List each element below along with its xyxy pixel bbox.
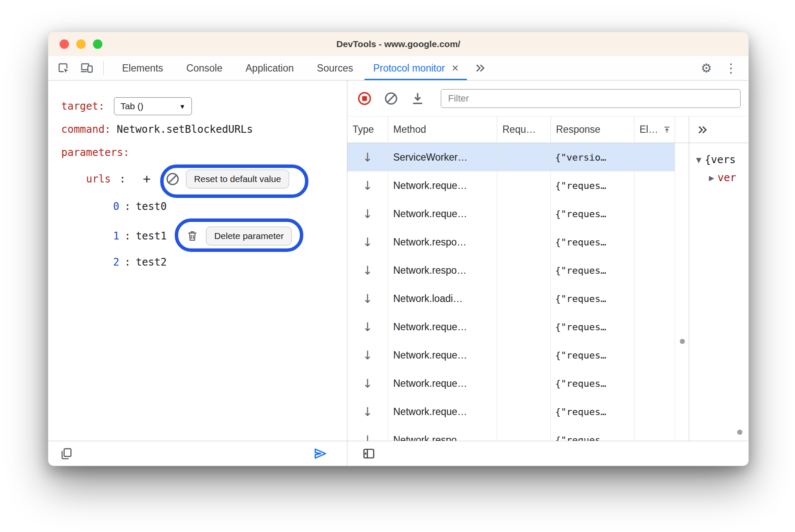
request-cell <box>497 256 551 284</box>
param-value[interactable]: test0 <box>136 200 167 212</box>
table-row[interactable]: ↓ Network.respo… {"reques… <box>347 256 675 284</box>
elapsed-cell <box>634 143 675 171</box>
device-toolbar-icon[interactable] <box>80 62 93 75</box>
tab-protocol-monitor[interactable]: Protocol monitor × <box>365 56 467 80</box>
table-row[interactable]: ↓ Network.reque… {"reques… <box>347 341 675 369</box>
param-value[interactable]: test2 <box>136 256 167 268</box>
response-tree: ▼ {vers ▶ ver <box>689 143 748 187</box>
parameters-key: parameters: <box>61 146 129 158</box>
table-row[interactable]: ↓ ServiceWorker… {"versio… <box>347 143 675 171</box>
response-cell: {"reques… <box>551 398 634 426</box>
tab-application[interactable]: Application <box>234 56 305 80</box>
elapsed-cell <box>634 398 675 426</box>
table-row[interactable]: ↓ Network.reque… {"reques… <box>347 200 675 228</box>
method-cell: Network.reque… <box>388 398 497 426</box>
request-cell <box>497 426 551 441</box>
download-icon[interactable] <box>410 91 425 106</box>
command-value[interactable]: Network.setBlockedURLs <box>117 123 253 135</box>
param-value[interactable]: test1 <box>136 230 167 242</box>
elapsed-cell <box>634 426 675 441</box>
editor-footer <box>48 441 347 466</box>
target-select[interactable]: Tab () ▼ <box>114 97 192 115</box>
record-button[interactable] <box>357 91 372 106</box>
double-chevron-right-icon <box>474 62 487 75</box>
method-cell: Network.respo… <box>388 426 497 441</box>
filter-input[interactable] <box>441 89 741 108</box>
tree-node-child[interactable]: ▶ ver <box>689 169 748 187</box>
response-cell: {"reques… <box>551 426 634 441</box>
gear-icon[interactable]: ⚙ <box>701 62 712 75</box>
table-row[interactable]: ↓ Network.reque… {"reques… <box>347 398 675 426</box>
received-arrow-icon: ↓ <box>362 235 372 249</box>
reset-to-default-icon[interactable] <box>165 172 180 186</box>
table-row[interactable]: ↓ Network.reque… {"reques… <box>347 369 675 398</box>
response-cell: {"reques… <box>551 228 634 256</box>
command-editor: target: Tab () ▼ command: Network.setBlo… <box>48 81 347 441</box>
col-elapsed[interactable]: El… <box>634 117 675 143</box>
inspect-element-icon[interactable] <box>57 62 70 75</box>
tab-label: Sources <box>317 63 353 74</box>
request-cell <box>497 341 551 369</box>
tree-root-label: {vers <box>705 154 735 166</box>
elapsed-cell <box>634 256 675 284</box>
sidebar-header <box>689 117 748 143</box>
table-row[interactable]: ↓ Network.loadi… {"reques… <box>347 284 675 313</box>
copy-icon[interactable] <box>60 447 73 460</box>
request-cell <box>497 200 551 228</box>
close-tab-icon[interactable]: × <box>452 63 459 74</box>
method-cell: Network.loadi… <box>388 284 497 313</box>
param-index: 2 <box>113 256 119 268</box>
elapsed-cell <box>634 369 675 398</box>
col-type[interactable]: Type <box>347 117 388 143</box>
delete-parameter-button[interactable]: Delete parameter <box>206 227 292 245</box>
minimize-window-button[interactable] <box>76 39 86 49</box>
send-command-icon[interactable] <box>313 446 328 461</box>
col-response[interactable]: Response <box>551 117 634 143</box>
table-row[interactable]: ↓ Network.reque… {"reques… <box>347 313 675 341</box>
table-row[interactable]: ↓ Network.reque… {"reques… <box>347 171 675 200</box>
response-cell: {"reques… <box>551 284 634 313</box>
close-window-button[interactable] <box>60 39 69 49</box>
kebab-menu-icon[interactable]: ⋮ <box>725 62 737 75</box>
clear-all-icon[interactable] <box>383 91 399 106</box>
reset-button[interactable]: Reset to default value <box>186 170 289 188</box>
expand-sidebar-icon[interactable] <box>696 123 709 136</box>
request-cell <box>497 171 551 200</box>
monitor-toolbar <box>347 81 748 117</box>
horizontal-scrollbar-thumb[interactable] <box>737 430 742 435</box>
param-index: 1 <box>113 230 119 242</box>
response-cell: {"reques… <box>551 369 634 398</box>
received-arrow-icon: ↓ <box>362 292 372 306</box>
monitor-body: Type Method Requ… Response El… ↓ Service… <box>347 117 748 441</box>
received-arrow-icon: ↓ <box>362 263 372 278</box>
tab-console[interactable]: Console <box>175 56 234 80</box>
col-request[interactable]: Requ… <box>497 117 551 143</box>
tab-label: Protocol monitor <box>373 63 445 74</box>
tab-sources[interactable]: Sources <box>305 56 365 80</box>
vertical-scrollbar-thumb[interactable] <box>680 339 685 344</box>
response-cell: {"reques… <box>551 256 634 284</box>
param-index: 0 <box>113 200 119 212</box>
request-cell <box>497 284 551 313</box>
response-cell: {"reques… <box>551 341 634 369</box>
tree-child-label: ver <box>717 172 736 184</box>
toggle-sidebar-icon[interactable] <box>362 447 376 460</box>
tab-elements[interactable]: Elements <box>111 56 175 80</box>
trash-icon[interactable] <box>186 230 198 242</box>
toolbar-separator <box>103 61 104 75</box>
bottom-bar <box>48 441 748 466</box>
tree-node-root[interactable]: ▼ {vers <box>689 151 748 169</box>
add-parameter-icon[interactable]: + <box>143 172 151 186</box>
toolbar-left-icons <box>48 56 111 80</box>
table-row[interactable]: ↓ Network.respo… {"reques… <box>347 228 675 256</box>
more-tabs-button[interactable] <box>467 56 493 80</box>
tree-collapsed-icon: ▶ <box>709 174 714 182</box>
method-cell: Network.respo… <box>388 228 497 256</box>
elapsed-cell <box>634 200 675 228</box>
param-colon: : <box>124 230 130 242</box>
zoom-window-button[interactable] <box>93 39 102 49</box>
elapsed-cell <box>634 228 675 256</box>
col-method[interactable]: Method <box>388 117 497 143</box>
method-cell: Network.reque… <box>388 200 497 228</box>
table-row[interactable]: ↓ Network.respo… {"reques… <box>347 426 675 441</box>
